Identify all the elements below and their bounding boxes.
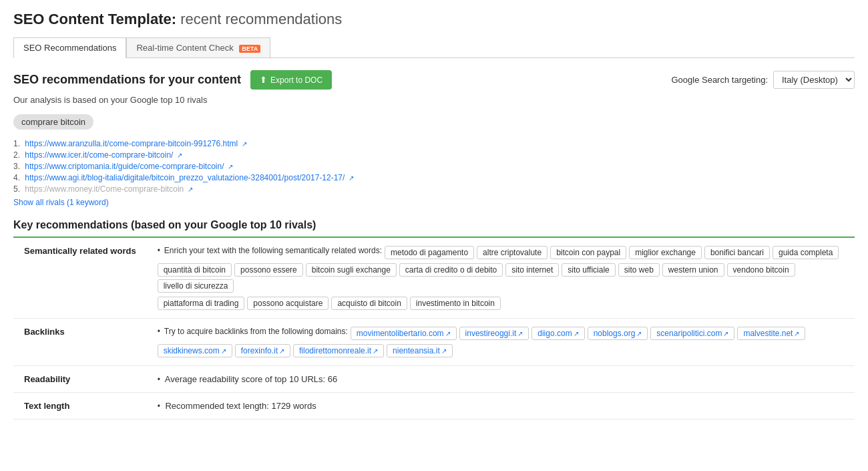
export-to-doc-button[interactable]: ⬆ Export to DOC — [250, 70, 332, 90]
word-tag: bonifici bancari — [704, 246, 770, 259]
backlinks-intro: Try to acquire backlinks from the follow… — [164, 327, 348, 336]
rival-item: 3. https://www.criptomania.it/guide/come… — [13, 162, 855, 171]
word-tag: quantità di bitcoin — [158, 263, 232, 277]
bullet: • — [158, 246, 160, 255]
backlink-tag[interactable]: filodirettomonreale.it↗ — [293, 344, 384, 357]
key-recommendations-heading: Key recommendations (based on your Googl… — [13, 219, 855, 238]
section-header: SEO recommendations for your content ⬆ E… — [13, 70, 855, 90]
beta-badge: BETA — [239, 45, 260, 53]
word-tag: miglior exchange — [629, 246, 702, 259]
word-tag: sito ufficiale — [562, 263, 615, 277]
rival-link[interactable]: https://www.money.it/Come-comprare-bitco… — [25, 184, 184, 194]
ext-icon: ↗ — [636, 330, 642, 337]
textlength-text: Recommended text length: 1729 words — [165, 401, 316, 411]
export-icon: ⬆ — [260, 75, 267, 85]
row-content-semantically: • Enrich your text with the following se… — [147, 238, 855, 319]
backlink-tag[interactable]: malvestite.net↗ — [737, 327, 805, 340]
ext-icon: ↗ — [445, 330, 451, 337]
page-title: SEO Content Template: recent recommendat… — [13, 11, 855, 28]
tags-row-3: piattaforma di trading possono acquistar… — [158, 297, 844, 310]
backlink-tag[interactable]: movimentolibertario.com↗ — [351, 327, 457, 340]
backlink-tag[interactable]: forexinfo.it↗ — [235, 344, 290, 357]
rival-link[interactable]: https://www.icer.it/come-comprare-bitcoi… — [25, 150, 173, 160]
show-all-rivals-link[interactable]: Show all rivals (1 keyword) — [13, 198, 109, 207]
ext-icon: ↗ — [574, 330, 579, 337]
ext-icon: ↗ — [221, 347, 226, 355]
backlink-tag[interactable]: diigo.com↗ — [531, 327, 584, 340]
word-tag: livello di sicurezza — [158, 279, 234, 293]
backlink-tag[interactable]: scenaripolitici.com↗ — [650, 327, 734, 340]
bullet: • — [158, 375, 160, 384]
word-tag: western union — [662, 263, 724, 277]
keyword-tag: comprare bitcoin — [13, 114, 93, 130]
word-tag: possono essere — [234, 263, 303, 277]
external-link-icon: ↗ — [228, 163, 233, 170]
backlink-tags-row-2: skidkinews.com↗ forexinfo.it↗ filodirett… — [158, 344, 844, 357]
row-content-textlength: • Recommended text length: 1729 words — [147, 393, 855, 420]
semantically-intro: Enrich your text with the following sema… — [164, 246, 382, 255]
word-tag: metodo di pagamento — [385, 246, 474, 259]
backlink-tag[interactable]: noblogs.org↗ — [588, 327, 648, 340]
external-link-icon: ↗ — [188, 186, 193, 193]
word-tag: bitcoin sugli exchange — [306, 263, 397, 277]
word-tag: piattaforma di trading — [158, 297, 245, 310]
word-tag: vendono bitcoin — [727, 263, 795, 277]
recommendations-section-title: SEO recommendations for your content — [13, 73, 241, 87]
tab-realtime-content-check[interactable]: Real-time Content Check BETA — [126, 37, 270, 57]
row-label-semantically: Semantically related words — [13, 238, 147, 319]
rivals-list: 1. https://www.aranzulla.it/come-comprar… — [13, 139, 855, 194]
recommendations-table: Semantically related words • Enrich your… — [13, 238, 855, 420]
bullet: • — [158, 327, 160, 336]
rival-item: 1. https://www.aranzulla.it/come-comprar… — [13, 139, 855, 148]
page-title-strong: SEO Content Template: — [13, 11, 176, 27]
backlink-tag[interactable]: skidkinews.com↗ — [158, 344, 232, 357]
rival-link[interactable]: https://www.agi.it/blog-italia/digitale/… — [25, 173, 345, 182]
table-row-textlength: Text length • Recommended text length: 1… — [13, 393, 855, 420]
word-tag: bitcoin con paypal — [550, 246, 626, 259]
row-content-backlinks: • Try to acquire backlinks from the foll… — [147, 319, 855, 366]
readability-text: Average readability score of top 10 URLs… — [165, 374, 337, 384]
google-targeting-section: Google Search targeting: Italy (Desktop) — [671, 71, 855, 89]
ext-icon: ↗ — [441, 347, 447, 355]
word-tag: investimento in bitcoin — [410, 297, 501, 310]
word-tag: guida completa — [773, 246, 839, 259]
tags-row-2: quantità di bitcoin possono essere bitco… — [158, 263, 844, 293]
rival-link[interactable]: https://www.criptomania.it/guide/come-co… — [25, 162, 224, 171]
backlink-tag[interactable]: investireoggi.it↗ — [459, 327, 529, 340]
page-title-span: recent recommendations — [180, 11, 342, 27]
rival-item-faded: 5. https://www.money.it/Come-comprare-bi… — [13, 184, 855, 194]
row-label-readability: Readability — [13, 366, 147, 393]
row-content-readability: • Average readability score of top 10 UR… — [147, 366, 855, 393]
ext-icon: ↗ — [723, 330, 728, 337]
row-label-backlinks: Backlinks — [13, 319, 147, 366]
rival-item: 2. https://www.icer.it/come-comprare-bit… — [13, 150, 855, 160]
table-row-backlinks: Backlinks • Try to acquire backlinks fro… — [13, 319, 855, 366]
table-row-readability: Readability • Average readability score … — [13, 366, 855, 393]
backlink-tag[interactable]: nienteansia.it↗ — [387, 344, 453, 357]
row-label-textlength: Text length — [13, 393, 147, 420]
table-row-semantically: Semantically related words • Enrich your… — [13, 238, 855, 319]
rival-link[interactable]: https://www.aranzulla.it/come-comprare-b… — [25, 139, 238, 148]
ext-icon: ↗ — [794, 330, 799, 337]
rival-item: 4. https://www.agi.it/blog-italia/digita… — [13, 173, 855, 182]
bullet: • — [158, 402, 160, 411]
word-tag: sito internet — [505, 263, 559, 277]
ext-icon: ↗ — [517, 330, 523, 337]
word-tag: possono acquistare — [247, 297, 329, 310]
google-targeting-label: Google Search targeting: — [671, 75, 768, 85]
analysis-text: Our analysis is based on your Google top… — [13, 95, 855, 105]
external-link-icon: ↗ — [349, 174, 354, 182]
google-targeting-select[interactable]: Italy (Desktop) — [773, 71, 855, 89]
word-tag: acquisto di bitcoin — [331, 297, 407, 310]
tab-seo-recommendations[interactable]: SEO Recommendations — [13, 37, 126, 58]
ext-icon: ↗ — [279, 347, 284, 355]
word-tag: carta di credito o di debito — [399, 263, 503, 277]
tabs-container: SEO Recommendations Real-time Content Ch… — [13, 37, 855, 58]
ext-icon: ↗ — [373, 347, 378, 355]
external-link-icon: ↗ — [177, 152, 182, 159]
word-tag: altre criptovalute — [477, 246, 548, 259]
external-link-icon: ↗ — [242, 140, 247, 148]
word-tag: sito web — [618, 263, 660, 277]
